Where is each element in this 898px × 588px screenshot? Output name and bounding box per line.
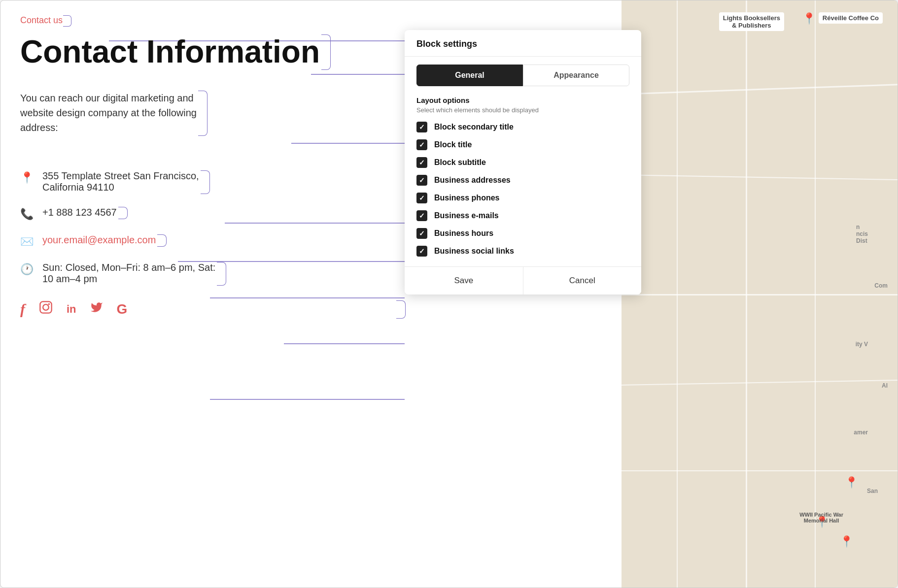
checkbox-block-title[interactable]: Block title [416,139,629,150]
checkbox-label-business-hours: Business hours [434,229,493,238]
screenshot-container: Lights Booksellers& Publishers 📍 Réveill… [0,0,898,588]
layout-options-title: Layout options [416,96,629,104]
map-text-6: San [867,488,878,494]
svg-point-9 [43,305,49,311]
contact-address-text: 355 Template Street San Francisco,Califo… [42,170,199,193]
checkbox-label-block-title: Block title [434,140,472,149]
contact-hours-item: 🕐 Sun: Closed, Mon–Fri: 8 am–6 pm, Sat:1… [20,262,395,285]
checkbox-business-hours[interactable]: Business hours [416,228,629,239]
checkbox-business-phones[interactable]: Business phones [416,193,629,203]
contact-us-label: Contact us [20,15,63,26]
contact-subtitle: You can reach our digital marketing andw… [20,91,197,135]
svg-rect-8 [40,302,51,313]
contact-us-section: Contact us [20,15,63,30]
social-row: f in G [20,300,395,318]
contact-phone-text: +1 888 123 4567 [42,207,117,218]
map-text-2: Com [874,282,888,289]
panel-header: Block settings [405,30,641,57]
block-settings-panel: Block settings General Appearance Layout… [405,30,641,294]
map-text-1: nncisDist [856,224,868,244]
contact-subtitle-section: You can reach our digital marketing andw… [20,91,395,153]
map-pin-1: 📍 [845,476,858,489]
left-content: Contact us Contact Information You can r… [20,15,395,318]
contact-items: 📍 355 Template Street San Francisco,Cali… [20,170,395,285]
contact-email-text: your.email@example.com [42,234,156,246]
map-text-3: ity V [856,341,868,348]
panel-title: Block settings [416,39,477,49]
tab-appearance[interactable]: Appearance [523,65,629,86]
checkbox-box-business-addresses [416,175,427,186]
checkbox-list: Block secondary title Block title Block … [416,122,629,257]
contact-title-section: Contact Information [20,34,395,81]
checkbox-business-social-links[interactable]: Business social links [416,246,629,257]
contact-address-item: 📍 355 Template Street San Francisco,Cali… [20,170,395,193]
contact-email-item: ✉️ your.email@example.com [20,234,395,248]
email-icon: ✉️ [20,235,34,248]
map-text-4: Al [882,382,888,389]
checkbox-label-business-addresses: Business addresses [434,176,511,185]
checkbox-box-secondary-title [416,122,427,132]
location-icon: 📍 [20,171,34,184]
google-icon[interactable]: G [117,301,128,317]
checkbox-secondary-title[interactable]: Block secondary title [416,122,629,132]
map-pin-3: 📍 [840,535,853,548]
map-text-5: amer [854,429,868,436]
map-text-7: WWII Pacific WarMemorial Hall [799,512,843,523]
checkbox-box-business-emails [416,210,427,221]
panel-footer: Save Cancel [405,266,641,294]
map-label-coffee: 📍 Réveille Coffee Co [802,12,883,25]
checkbox-box-business-hours [416,228,427,239]
checkbox-block-subtitle[interactable]: Block subtitle [416,157,629,168]
contact-title: Contact Information [20,34,320,69]
contact-hours-text: Sun: Closed, Mon–Fri: 8 am–6 pm, Sat:10 … [42,262,215,285]
layout-options-subtitle: Select which elements should be displaye… [416,106,629,114]
cancel-button[interactable]: Cancel [523,267,642,294]
checkbox-label-business-phones: Business phones [434,194,499,202]
checkbox-business-emails[interactable]: Business e-mails [416,210,629,221]
tab-general[interactable]: General [416,65,523,86]
twitter-icon[interactable] [90,301,103,317]
svg-point-10 [48,303,50,305]
checkbox-box-business-social-links [416,246,427,257]
panel-tabs: General Appearance [416,65,629,86]
checkbox-box-block-subtitle [416,157,427,168]
checkbox-box-block-title [416,139,427,150]
phone-icon: 📞 [20,208,34,221]
instagram-icon[interactable] [39,300,53,318]
checkbox-label-business-emails: Business e-mails [434,211,499,220]
panel-body: Layout options Select which elements sho… [405,86,641,266]
facebook-icon[interactable]: f [20,301,25,318]
contact-phone-item: 📞 +1 888 123 4567 [20,207,395,221]
checkbox-label-block-subtitle: Block subtitle [434,158,486,167]
save-button[interactable]: Save [405,267,523,294]
checkbox-label-business-social-links: Business social links [434,247,514,256]
checkbox-business-addresses[interactable]: Business addresses [416,175,629,186]
clock-icon: 🕐 [20,263,34,276]
checkbox-label-secondary-title: Block secondary title [434,123,514,131]
map-background: Lights Booksellers& Publishers 📍 Réveill… [622,0,898,588]
linkedin-icon[interactable]: in [67,303,76,316]
map-label-booksellers: Lights Booksellers& Publishers [719,12,784,31]
checkbox-box-business-phones [416,193,427,203]
panel-tabs-container: General Appearance [405,57,641,86]
